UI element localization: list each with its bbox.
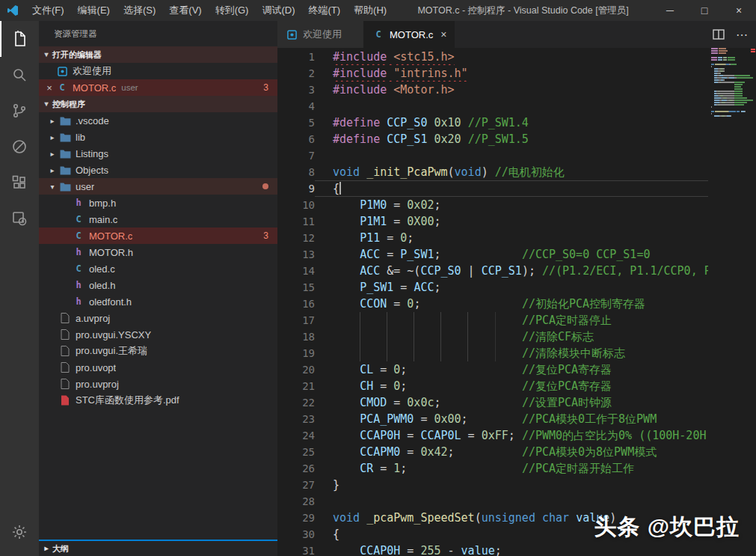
token <box>360 511 366 525</box>
token: ; <box>495 544 502 556</box>
line-number[interactable]: 15 <box>277 279 315 296</box>
menu-item[interactable]: 编辑(E) <box>71 0 117 21</box>
tab-欢迎使用[interactable]: 欢迎使用 <box>277 21 364 48</box>
line-number[interactable]: 7 <box>277 147 315 164</box>
line-number[interactable]: 16 <box>277 296 315 312</box>
tree-item[interactable]: STC库函数使用参考.pdf <box>39 392 277 409</box>
tree-item-label: Objects <box>76 165 108 176</box>
more-actions-icon[interactable]: ⋯ <box>736 28 749 42</box>
line-number[interactable]: 8 <box>277 164 315 180</box>
line-number[interactable]: 1 <box>277 49 315 65</box>
menu-item[interactable]: 帮助(H) <box>347 0 393 21</box>
token: 0x20 <box>434 132 461 146</box>
history-icon[interactable] <box>0 201 39 236</box>
tree-item[interactable]: hMOTOR.h <box>39 244 277 260</box>
line-number[interactable]: 28 <box>277 493 315 510</box>
tree-item[interactable]: pro.uvopt <box>39 359 277 376</box>
token <box>333 330 522 343</box>
line-number[interactable]: 14 <box>277 263 315 279</box>
menu-item[interactable]: 调试(D) <box>255 0 301 21</box>
tree-item[interactable]: ▾user <box>39 178 277 195</box>
debug-icon[interactable] <box>0 129 39 165</box>
line-number[interactable]: 4 <box>277 98 315 114</box>
source-control-icon[interactable] <box>0 93 39 129</box>
outline-label: 大纲 <box>52 540 69 556</box>
open-editors-header[interactable]: ▾ 打开的编辑器 <box>39 46 277 63</box>
tree-item[interactable]: Coled.c <box>39 260 277 277</box>
open-editor-item[interactable]: 欢迎使用 <box>39 63 277 79</box>
token: //PCA模块0为8位PWM模式 <box>522 445 657 459</box>
line-number[interactable]: 5 <box>277 114 315 131</box>
line-number[interactable]: 31 <box>277 543 315 556</box>
line-number[interactable]: 22 <box>277 394 315 411</box>
tree-item[interactable]: ▸.vscode <box>39 112 277 129</box>
line-number[interactable]: 3 <box>277 82 315 98</box>
line-number[interactable]: 18 <box>277 329 315 345</box>
menu-item[interactable]: 查看(V) <box>162 0 208 21</box>
token: ; <box>434 215 440 228</box>
line-number[interactable]: 11 <box>277 213 315 230</box>
line-number[interactable]: 13 <box>277 246 315 263</box>
file-icon <box>58 361 72 373</box>
line-number[interactable]: 9 <box>277 180 315 197</box>
settings-icon[interactable] <box>0 514 39 550</box>
code-line: 19 //清除模块中断标志 <box>277 345 756 361</box>
line-number[interactable]: 29 <box>277 510 315 526</box>
tree-item[interactable]: pro.uvgui.YSCXY <box>39 326 277 343</box>
tree-item[interactable]: pro.uvproj <box>39 376 277 392</box>
tree-item[interactable]: ▸lib <box>39 129 277 145</box>
token: = <box>400 429 420 442</box>
line-number[interactable]: 12 <box>277 230 315 246</box>
minimize-button[interactable]: ─ <box>653 0 687 21</box>
open-editor-item[interactable]: ×CMOTOR.cuser3 <box>39 79 277 96</box>
tree-item[interactable]: holed.h <box>39 277 277 293</box>
menu-item[interactable]: 终端(T) <box>301 0 347 21</box>
line-number[interactable]: 25 <box>277 444 315 460</box>
token: ; <box>434 281 440 294</box>
maximize-button[interactable]: □ <box>687 0 722 21</box>
menu-item[interactable]: 文件(F) <box>25 0 71 21</box>
line-content: //清除模块中断标志 <box>315 345 756 361</box>
close-window-button[interactable]: × <box>722 0 756 21</box>
outline-section[interactable]: ▸ 大纲 <box>39 540 277 556</box>
line-number[interactable]: 10 <box>277 197 315 213</box>
close-editor-icon[interactable]: × <box>43 82 55 94</box>
token: P_SW1 <box>360 281 393 294</box>
workspace-header[interactable]: ▾ 控制程序 <box>39 96 277 112</box>
token <box>387 83 393 97</box>
tree-item[interactable]: CMOTOR.c3 <box>39 227 277 244</box>
search-icon[interactable] <box>0 57 39 93</box>
tab-MOTOR.c[interactable]: CMOTOR.c× <box>364 21 455 48</box>
tree-item[interactable]: a.uvproj <box>39 310 277 326</box>
tree-item[interactable]: pro.uvgui.王希瑞 <box>39 343 277 359</box>
line-number[interactable]: 26 <box>277 460 315 477</box>
tree-item[interactable]: hbmp.h <box>39 195 277 211</box>
line-number[interactable]: 23 <box>277 411 315 427</box>
split-editor-icon[interactable] <box>712 28 725 41</box>
minimap[interactable] <box>708 48 756 556</box>
line-number[interactable]: 30 <box>277 526 315 543</box>
tree-item[interactable]: ▸Listings <box>39 145 277 162</box>
close-tab-icon[interactable]: × <box>433 28 446 40</box>
tree-item[interactable]: holedfont.h <box>39 293 277 310</box>
line-number[interactable]: 24 <box>277 427 315 444</box>
line-number[interactable]: 21 <box>277 378 315 394</box>
tree-item[interactable]: Cmain.c <box>39 211 277 227</box>
workspace-label: 控制程序 <box>52 96 85 112</box>
line-number[interactable]: 2 <box>277 65 315 82</box>
line-number[interactable]: 17 <box>277 312 315 329</box>
menu-item[interactable]: 选择(S) <box>117 0 162 21</box>
menu-item[interactable]: 转到(G) <box>209 0 256 21</box>
line-number[interactable]: 27 <box>277 477 315 493</box>
line-number[interactable]: 20 <box>277 361 315 378</box>
code-area[interactable]: 1#include <stc15.h>2#include "intrins.h"… <box>277 48 756 556</box>
explorer-icon[interactable] <box>0 21 39 57</box>
extensions-icon[interactable] <box>0 165 39 201</box>
c-file-icon: C <box>372 28 385 40</box>
tree-item[interactable]: ▸Objects <box>39 162 277 178</box>
line-content: P1M0 = 0x02; <box>315 197 756 213</box>
token: ) <box>482 165 495 179</box>
line-number[interactable]: 19 <box>277 345 315 361</box>
token: ; <box>434 198 440 212</box>
line-number[interactable]: 6 <box>277 131 315 147</box>
